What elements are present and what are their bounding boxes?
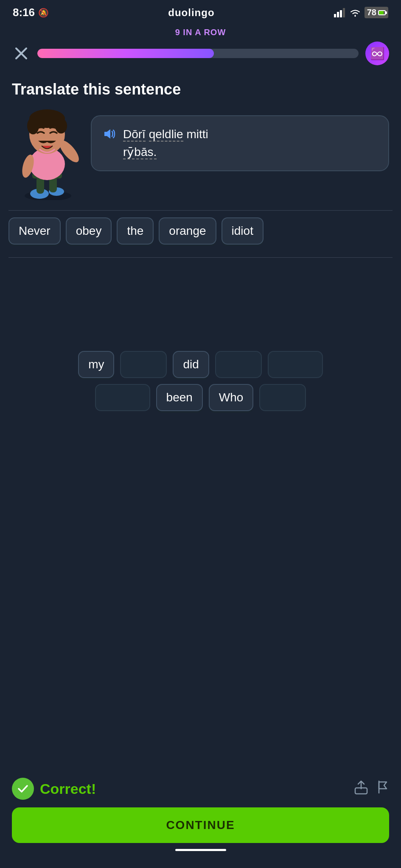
answer-word-obey[interactable]: obey (66, 217, 112, 245)
word-bank-row-1: my did (78, 351, 323, 378)
word-qeldlie-text: qeldlie (149, 128, 183, 142)
svg-rect-2 (340, 10, 342, 17)
flag-icon[interactable] (376, 779, 389, 798)
correct-check-icon (12, 778, 34, 800)
correct-label: Correct! (40, 781, 96, 797)
word-tile-empty-1 (120, 351, 167, 378)
status-right: 78 (334, 7, 388, 18)
word-tile-empty-3 (268, 351, 323, 378)
svg-point-19 (27, 117, 39, 134)
home-indicator (175, 849, 226, 851)
svg-rect-1 (337, 12, 339, 17)
wifi-icon (349, 8, 361, 17)
progress-bar-container (37, 49, 359, 58)
status-bar: 8:16 🔕 duolingo 78 (0, 0, 401, 23)
progress-row: ♾️ (12, 42, 389, 65)
word-dori: Dōrī (123, 128, 146, 142)
answer-word-idiot[interactable]: idiot (222, 217, 264, 245)
answer-word-orange[interactable]: orange (159, 217, 216, 245)
speech-text: Dōrī qeldlie mitti rȳbās. (123, 125, 208, 161)
header: 9 IN A ROW ♾️ (0, 23, 401, 72)
answer-word-never[interactable]: Never (8, 217, 61, 245)
svg-point-20 (55, 118, 67, 134)
answer-word-the[interactable]: the (117, 217, 154, 245)
bottom-section: Correct! CONTINUE (0, 769, 401, 868)
continue-button[interactable]: CONTINUE (12, 807, 389, 843)
action-icons (354, 779, 389, 798)
battery-level: 78 (367, 8, 376, 17)
word-tile-did[interactable]: did (173, 351, 209, 378)
svg-rect-0 (334, 14, 336, 17)
close-button[interactable] (12, 44, 31, 63)
word-tile-empty-2 (215, 351, 262, 378)
word-tile-who[interactable]: Who (209, 384, 254, 411)
instruction-text: Translate this sentence (0, 72, 401, 103)
word-tile-empty-5 (259, 384, 306, 411)
correct-row: Correct! (12, 778, 389, 800)
streak-label: 9 IN A ROW (12, 28, 389, 37)
speech-bubble: Dōrī qeldlie mitti rȳbās. (91, 115, 389, 171)
word-tile-my[interactable]: my (78, 351, 114, 378)
spacer (0, 258, 401, 342)
close-icon (14, 47, 28, 60)
svg-point-4 (354, 15, 356, 17)
word-rybas: rȳbās. (123, 145, 157, 159)
character-illustration (12, 107, 84, 200)
signal-icon (334, 8, 346, 17)
progress-bar-fill (37, 49, 214, 58)
app-name: duolingo (168, 7, 214, 19)
svg-rect-3 (343, 8, 345, 17)
word-bank-grid: my did been Who (0, 342, 401, 420)
correct-left: Correct! (12, 778, 96, 800)
word-bank-row-2: been Who (95, 384, 306, 411)
word-tile-empty-4 (95, 384, 150, 411)
sound-icon[interactable] (102, 126, 117, 145)
answer-area[interactable]: Never obey the orange idiot (0, 211, 401, 257)
bell-icon: 🔕 (38, 8, 49, 18)
character-area: Dōrī qeldlie mitti rȳbās. (0, 103, 401, 210)
status-time: 8:16 (13, 6, 35, 19)
share-icon[interactable] (354, 779, 368, 798)
heart-icon: ♾️ (370, 47, 385, 61)
heart-badge: ♾️ (365, 42, 389, 65)
word-tile-been[interactable]: been (156, 384, 203, 411)
